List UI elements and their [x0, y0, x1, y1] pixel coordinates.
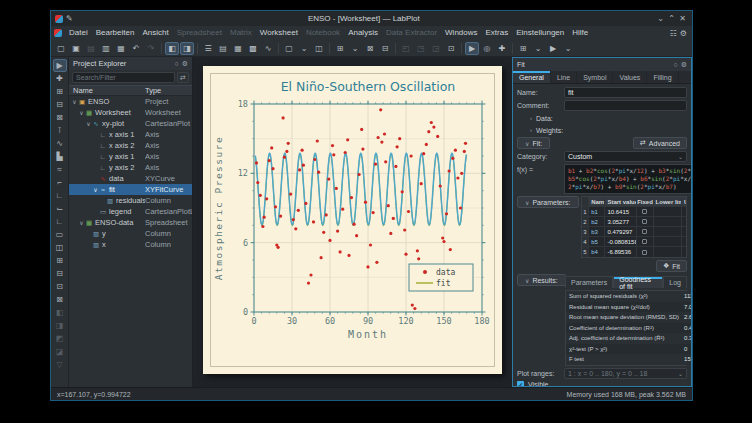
tab-symbol[interactable]: Symbol [577, 71, 613, 83]
parameter-row-b5[interactable]: 4b5-0.0808158 [582, 237, 686, 247]
new-project-icon[interactable]: ▢ [54, 42, 68, 55]
tree-row-enso-data[interactable]: ∨▦ENSO-dataSpreadsheet [69, 217, 192, 228]
menu-extras[interactable]: Extras [482, 26, 513, 40]
fit-section-toggle[interactable]: ∨Fit: [517, 137, 550, 149]
break-layout-icon[interactable]: ◪ [53, 345, 67, 358]
menu-ansicht[interactable]: Ansicht [138, 26, 172, 40]
enso-chart[interactable]: 0306090120150180061218El Niño-Southern O… [211, 74, 494, 366]
import-sql-icon[interactable]: ⊠ [363, 42, 377, 55]
run-fit-button[interactable]: ❖ Fit [656, 260, 687, 272]
data-section-toggle[interactable]: › Data: [517, 113, 687, 123]
zoom-mode-icon[interactable]: ⊞ [516, 42, 530, 55]
tab-values[interactable]: Values [613, 71, 647, 83]
tab-line[interactable]: Line [551, 71, 577, 83]
pan-mode-icon[interactable]: ✚ [53, 72, 67, 85]
titlebar[interactable]: ✎ ENSO - [Worksheet] — LabPlot ⌄ ⌃ ✕ [51, 11, 692, 26]
tree-row-y-axis-1[interactable]: ∟y axis 1Axis [69, 151, 192, 162]
add-plot-4-axes-icon[interactable]: ⌙ [53, 202, 67, 215]
plot-ranges-select[interactable]: 1 : x = 0 .. 180, y = 0 .. 18⌄ [564, 368, 687, 379]
worksheet-sheet[interactable]: 0306090120150180061218El Niño-Southern O… [203, 66, 502, 374]
fixed-checkbox[interactable] [642, 229, 647, 234]
visible-checkbox[interactable]: ✓ [517, 381, 524, 387]
expander-icon[interactable]: ∨ [92, 186, 99, 193]
menu-windows[interactable]: Windows [441, 26, 481, 40]
tree-row-enso[interactable]: ∨▣ENSOProject [69, 96, 192, 107]
menu-datei[interactable]: Datei [65, 26, 92, 40]
weights-section-toggle[interactable]: › Weights: [517, 125, 687, 135]
zoom-in-icon[interactable]: ⊞ [53, 254, 67, 267]
print-icon[interactable]: ▥ [99, 42, 113, 55]
float-dock-icon[interactable]: ○ [174, 60, 178, 67]
new-notebook-icon[interactable]: ▢ [282, 42, 296, 55]
expander-icon[interactable]: ∨ [78, 109, 85, 116]
add-text-label-icon[interactable]: ▭ [53, 228, 67, 241]
new-notebook-menu-icon[interactable]: ⌄ [297, 42, 311, 55]
zoom-out-icon[interactable]: ⊟ [53, 267, 67, 280]
tab-goodness-of-fit[interactable]: Goodness of fit [613, 276, 663, 288]
export-icon[interactable]: ▦ [114, 42, 128, 55]
stop-icon[interactable]: ✚ [495, 42, 509, 55]
cursor-mode-icon[interactable]: ⊺ [53, 124, 67, 137]
add-fit-curve-icon[interactable]: ≈ [53, 163, 67, 176]
results-section-toggle[interactable]: ∨Results: [517, 274, 566, 286]
add-plot-1-axis-icon[interactable]: ⌐ [53, 176, 67, 189]
expander-icon[interactable]: ∨ [78, 219, 85, 226]
new-matrix-icon[interactable]: ▩ [246, 42, 260, 55]
new-spreadsheet-icon[interactable]: ▦ [231, 42, 245, 55]
settings-gear-icon[interactable]: ⚙ [680, 29, 687, 38]
worksheet-view[interactable]: 0306090120150180061218El Niño-Southern O… [193, 57, 512, 387]
tree-row-legend[interactable]: ▭legendCartesianPlotLegend [69, 206, 192, 217]
tree-row-residuals[interactable]: ▥residualsColumn [69, 195, 192, 206]
fixed-checkbox[interactable] [642, 219, 647, 224]
tree-row-x-axis-1[interactable]: ∟x axis 1Axis [69, 129, 192, 140]
close-icon[interactable]: ✕ [677, 14, 688, 23]
parameters-section-toggle[interactable]: ∨Parameters: [517, 196, 579, 208]
select-mode-icon[interactable]: ▶ [53, 59, 67, 72]
menu-hilfe[interactable]: Hilfe [568, 26, 592, 40]
add-image-icon[interactable]: ◫ [53, 241, 67, 254]
tree-row-x-axis-2[interactable]: ∟x axis 2Axis [69, 140, 192, 151]
zoom-fit-width-icon[interactable]: ⊠ [53, 293, 67, 306]
zoom-y-select-mode-icon[interactable]: ⊠ [53, 111, 67, 124]
new-worksheet-icon[interactable]: ∿ [261, 42, 275, 55]
parameter-row-b3[interactable]: 3b30.479297 [582, 227, 686, 237]
new-datapicker-icon[interactable]: ◫ [312, 42, 326, 55]
import-file-icon[interactable]: ⊞ [333, 42, 347, 55]
tab-parameters[interactable]: Parameters [565, 276, 613, 288]
maximize-icon[interactable]: ⌃ [666, 14, 677, 23]
add-histogram-icon[interactable]: ▙ [53, 150, 67, 163]
zoom-x-select-mode-icon[interactable]: ⊟ [53, 98, 67, 111]
grid-icon[interactable]: ☷ [670, 29, 677, 38]
expander-icon[interactable]: ∨ [85, 120, 92, 127]
tab-log[interactable]: Log [663, 276, 687, 288]
tree-row-y-axis-2[interactable]: ∟y axis 2Axis [69, 162, 192, 173]
menu-einstellungen[interactable]: Einstellungen [512, 26, 568, 40]
import-dataset-icon[interactable]: ⊟ [378, 42, 392, 55]
fixed-checkbox[interactable] [642, 239, 647, 244]
category-select[interactable]: Custom⌄ [564, 151, 687, 162]
zoom-select-mode-icon[interactable]: ⊞ [53, 85, 67, 98]
formula-editor[interactable]: b1 + b2*cos(2*pi*x/12) + b3*sin(2*pi*x/1… [564, 164, 691, 194]
menu-worksheet[interactable]: Worksheet [256, 26, 302, 40]
tree-row-worksheet[interactable]: ∨▦WorksheetWorksheet [69, 107, 192, 118]
parameter-row-b2[interactable]: 2b23.05277 [582, 217, 686, 227]
tree-row-y[interactable]: ▥yColumn [69, 228, 192, 239]
toggle-properties-explorer-icon[interactable]: ◨ [180, 42, 194, 55]
vertical-layout-icon[interactable]: ◧ [53, 306, 67, 319]
tree-row-data[interactable]: ∿dataXYCurve [69, 173, 192, 184]
grid-layout-icon[interactable]: ◩ [53, 332, 67, 345]
presenter-mode-icon[interactable]: ⊡ [444, 42, 458, 55]
pointer-mode-icon[interactable]: ▶ [546, 42, 560, 55]
add-plot-2-axes-icon[interactable]: ∟ [53, 189, 67, 202]
tab-general[interactable]: General [513, 71, 551, 83]
column-header-type[interactable]: Type [145, 86, 192, 95]
new-folder-icon[interactable]: ☰ [201, 42, 215, 55]
toggle-project-explorer-icon[interactable]: ◧ [165, 42, 179, 55]
tab-filling[interactable]: Filling [647, 71, 678, 83]
name-field[interactable]: fit [564, 87, 687, 98]
fit-curve[interactable] [255, 153, 466, 224]
float-dock-icon[interactable]: ○ [673, 61, 677, 68]
advanced-button[interactable]: ⇄ Advanced [633, 137, 687, 149]
parameter-row-b4[interactable]: 5b4-6.89536 [582, 247, 686, 257]
fixed-checkbox[interactable] [642, 209, 647, 214]
